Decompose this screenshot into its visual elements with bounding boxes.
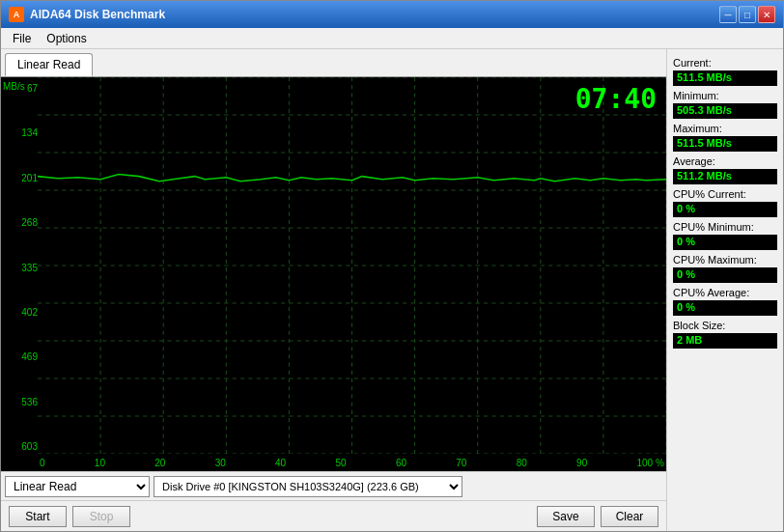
- cpu-current-label: CPU% Current:: [673, 188, 777, 200]
- x-label-3: 30: [215, 458, 226, 468]
- x-label-10: 100 %: [637, 458, 664, 468]
- y-label-6: 201: [3, 173, 38, 183]
- current-value: 511.5 MB/s: [673, 70, 777, 86]
- cpu-current-value: 0 %: [673, 202, 777, 217]
- minimum-label: Minimum:: [673, 90, 777, 101]
- average-label: Average:: [673, 155, 777, 167]
- y-label-5: 268: [3, 217, 38, 228]
- x-label-1: 10: [95, 458, 105, 468]
- menu-file[interactable]: File: [5, 30, 39, 47]
- y-label-3: 402: [3, 307, 38, 318]
- menu-options[interactable]: Options: [39, 30, 94, 47]
- x-label-4: 40: [275, 458, 286, 468]
- chart-svg: [38, 77, 666, 454]
- drive-select[interactable]: Disk Drive #0 [KINGSTON SH103S3240G] (22…: [154, 476, 462, 497]
- test-type-select[interactable]: Linear Read: [5, 476, 150, 497]
- bottom-controls: Linear Read Disk Drive #0 [KINGSTON SH10…: [1, 471, 666, 500]
- start-button[interactable]: Start: [9, 506, 67, 527]
- chart-area: 07:40 MB/s 603 536 469 402 335 268 201 1…: [1, 77, 666, 471]
- left-panel: Linear Read 07:40 MB/s 603 536 469 402 3…: [1, 49, 667, 531]
- content-area: Linear Read 07:40 MB/s 603 536 469 402 3…: [1, 49, 783, 531]
- maximize-button[interactable]: □: [739, 6, 756, 23]
- minimize-button[interactable]: ─: [719, 6, 737, 23]
- block-size-value: 2 MB: [673, 333, 777, 349]
- y-label-1: 536: [3, 397, 38, 407]
- app-icon: A: [9, 7, 24, 22]
- title-bar: A AIDA64 Disk Benchmark ─ □ ✕: [1, 1, 783, 28]
- tab-linear-read[interactable]: Linear Read: [5, 53, 93, 76]
- minimum-value: 505.3 MB/s: [673, 103, 777, 119]
- timer-display: 07:40: [575, 83, 657, 115]
- current-label: Current:: [673, 57, 777, 69]
- menu-bar: File Options: [1, 28, 783, 49]
- footer-right: Save Clear: [537, 506, 658, 527]
- y-label-0: 603: [3, 441, 38, 452]
- save-button[interactable]: Save: [537, 506, 595, 527]
- x-label-0: 0: [40, 458, 45, 468]
- cpu-average-label: CPU% Average:: [673, 287, 777, 298]
- x-label-7: 70: [456, 458, 466, 468]
- title-bar-text: A AIDA64 Disk Benchmark: [9, 7, 165, 22]
- maximum-value: 511.5 MB/s: [673, 136, 777, 152]
- footer-bar: Start Stop Save Clear: [1, 500, 666, 531]
- maximum-label: Maximum:: [673, 123, 777, 134]
- chart-grid: [38, 77, 666, 454]
- stop-button[interactable]: Stop: [72, 506, 130, 527]
- window-controls: ─ □ ✕: [719, 6, 775, 23]
- main-window: A AIDA64 Disk Benchmark ─ □ ✕ File Optio…: [0, 0, 784, 532]
- cpu-maximum-value: 0 %: [673, 267, 777, 283]
- tab-bar: Linear Read: [1, 49, 666, 77]
- cpu-minimum-label: CPU% Minimum:: [673, 221, 777, 233]
- block-size-label: Block Size:: [673, 320, 777, 331]
- y-label-2: 469: [3, 351, 38, 362]
- average-value: 511.2 MB/s: [673, 169, 777, 184]
- window-title: AIDA64 Disk Benchmark: [30, 8, 165, 21]
- cpu-average-value: 0 %: [673, 300, 777, 316]
- y-unit: MB/s: [3, 81, 25, 92]
- clear-button[interactable]: Clear: [601, 506, 658, 527]
- cpu-minimum-value: 0 %: [673, 235, 777, 250]
- x-label-9: 90: [576, 458, 587, 468]
- x-axis: 0 10 20 30 40 50 60 70 80 90 100 %: [38, 454, 666, 471]
- x-label-5: 50: [335, 458, 346, 468]
- x-label-6: 60: [396, 458, 406, 468]
- x-label-8: 80: [517, 458, 527, 468]
- close-button[interactable]: ✕: [758, 6, 775, 23]
- y-axis: MB/s 603 536 469 402 335 268 201 134 67: [1, 77, 38, 471]
- cpu-maximum-label: CPU% Maximum:: [673, 254, 777, 266]
- y-label-7: 134: [3, 127, 38, 138]
- right-panel: Current: 511.5 MB/s Minimum: 505.3 MB/s …: [667, 49, 783, 531]
- y-label-4: 335: [3, 263, 38, 273]
- footer-left: Start Stop: [9, 506, 130, 527]
- x-label-2: 20: [154, 458, 165, 468]
